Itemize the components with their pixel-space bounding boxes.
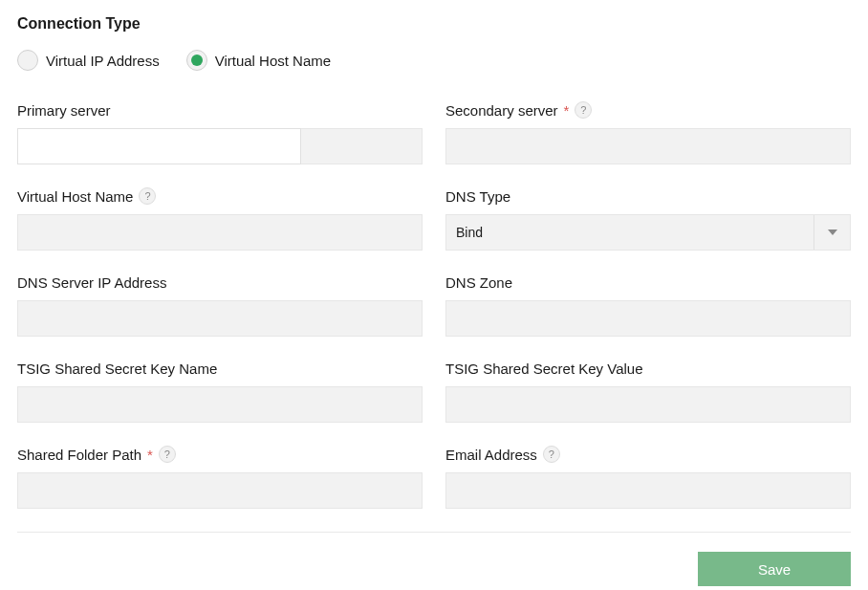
radio-icon: [186, 50, 207, 71]
input-suffix: [301, 128, 423, 164]
required-marker: *: [147, 447, 153, 463]
required-marker: *: [564, 102, 570, 119]
radio-label: Virtual IP Address: [46, 53, 160, 69]
field-label: Primary server: [17, 102, 111, 119]
field-tsig-key-name: TSIG Shared Secret Key Name: [17, 358, 423, 423]
shared-folder-path-input[interactable]: [17, 472, 423, 509]
help-icon[interactable]: ?: [575, 101, 592, 119]
email-address-input[interactable]: [445, 472, 851, 509]
form-grid: Primary server Secondary server* ? Virtu…: [17, 99, 851, 509]
select-value: Bind: [446, 225, 814, 240]
chevron-down-icon: [814, 215, 850, 250]
dns-zone-input[interactable]: [445, 300, 851, 337]
field-label: DNS Server IP Address: [17, 274, 166, 291]
field-dns-zone: DNS Zone: [445, 272, 851, 337]
radio-label: Virtual Host Name: [215, 53, 331, 69]
help-icon[interactable]: ?: [159, 446, 176, 463]
tsig-key-name-input[interactable]: [17, 386, 423, 423]
help-icon[interactable]: ?: [139, 187, 156, 205]
section-title: Connection Type: [17, 15, 851, 33]
field-email-address: Email Address ?: [445, 444, 851, 509]
dns-type-select[interactable]: Bind: [445, 214, 851, 251]
field-dns-type: DNS Type Bind: [445, 186, 851, 251]
field-label: DNS Zone: [445, 274, 512, 291]
field-secondary-server: Secondary server* ?: [445, 99, 851, 164]
footer: Save: [17, 552, 851, 586]
primary-server-input[interactable]: [17, 128, 301, 164]
field-label: TSIG Shared Secret Key Name: [17, 361, 217, 377]
secondary-server-input[interactable]: [445, 128, 851, 164]
radio-virtual-host[interactable]: Virtual Host Name: [186, 50, 331, 71]
field-label: DNS Type: [445, 188, 510, 205]
save-button[interactable]: Save: [698, 552, 851, 586]
dns-server-ip-input[interactable]: [17, 300, 423, 337]
radio-icon: [17, 50, 38, 71]
field-label: Secondary server: [445, 102, 558, 119]
field-dns-server-ip: DNS Server IP Address: [17, 272, 423, 337]
tsig-key-value-input[interactable]: [445, 386, 851, 423]
radio-virtual-ip[interactable]: Virtual IP Address: [17, 50, 160, 71]
field-label: Virtual Host Name: [17, 188, 133, 205]
field-label: Shared Folder Path: [17, 447, 141, 463]
field-shared-folder-path: Shared Folder Path* ?: [17, 444, 423, 509]
field-label: TSIG Shared Secret Key Value: [445, 361, 643, 377]
connection-type-radio-group: Virtual IP Address Virtual Host Name: [17, 50, 851, 71]
help-icon[interactable]: ?: [543, 446, 560, 463]
field-virtual-host-name: Virtual Host Name ?: [17, 186, 423, 251]
field-tsig-key-value: TSIG Shared Secret Key Value: [445, 358, 851, 423]
divider: [17, 532, 851, 533]
field-label: Email Address: [445, 447, 537, 463]
virtual-host-name-input[interactable]: [17, 214, 423, 251]
field-primary-server: Primary server: [17, 99, 423, 164]
